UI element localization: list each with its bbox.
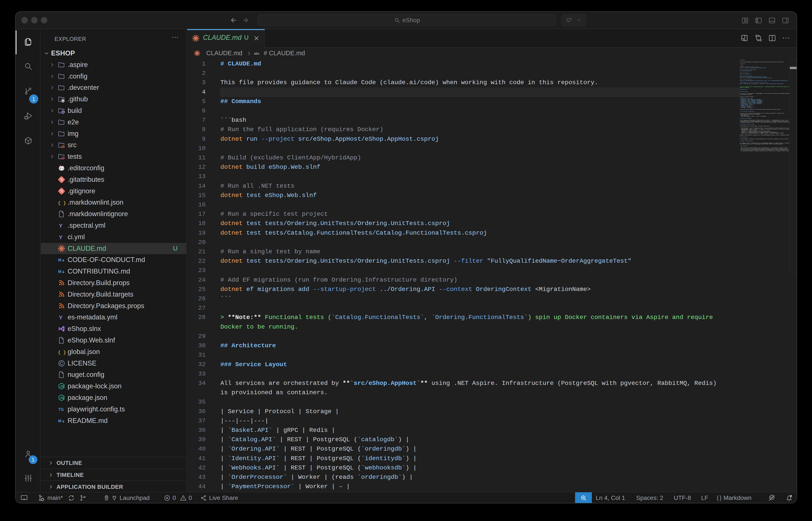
svg-text:M: M [58,269,61,274]
svg-text:abc: abc [254,52,260,55]
svg-text:M: M [58,419,61,423]
svg-text:M: M [58,258,61,263]
svg-text:JS: JS [60,396,64,400]
svg-text:TS: TS [58,407,64,412]
svg-text:Y: Y [59,315,63,320]
svg-text:{ }: { } [58,350,66,355]
svg-text:{ }: { } [58,201,66,206]
svg-text:Y: Y [59,234,63,240]
svg-text:JS: JS [60,384,64,388]
svg-text:Y: Y [59,223,63,229]
